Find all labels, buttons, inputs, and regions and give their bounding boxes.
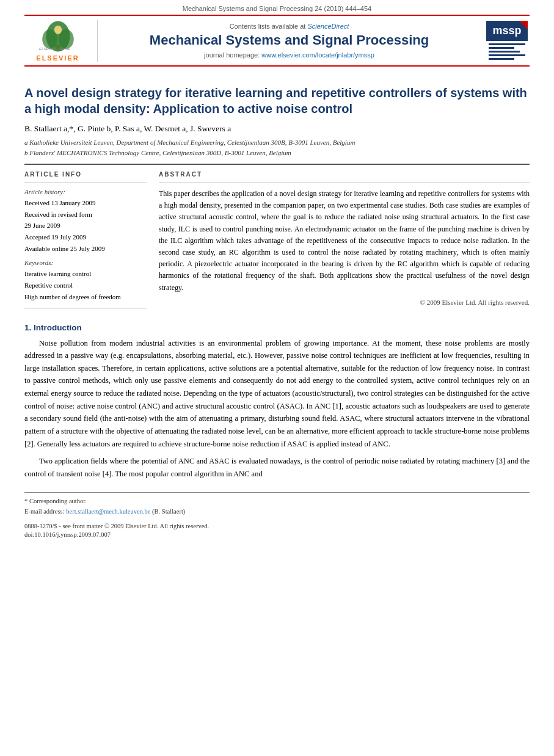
mssp-line-2	[489, 47, 514, 49]
divider-info-top	[24, 183, 147, 183]
section-1-label: Introduction	[34, 323, 82, 332]
date-3: 29 June 2009	[24, 220, 147, 231]
keyword-2: Repetitive control	[24, 280, 147, 291]
main-content: A novel design strategy for iterative le…	[24, 67, 530, 538]
date-4: Accepted 19 July 2009	[24, 231, 147, 243]
affiliations: a Katholieke Universiteit Leuven, Depart…	[24, 137, 530, 158]
keywords-label: Keywords:	[24, 259, 147, 266]
mssp-label: mssp	[492, 24, 521, 37]
email-label: E-mail address:	[24, 508, 65, 515]
journal-header: ELSEVIER journal ELSEVIER Contents lists…	[24, 15, 530, 67]
divider-info-bottom	[24, 308, 147, 308]
mssp-line-1	[489, 43, 525, 45]
elsevier-text: ELSEVIER	[36, 54, 79, 62]
authors-text: B. Stallaert a,*, G. Pinte b, P. Sas a, …	[24, 124, 231, 133]
mssp-line-3	[489, 51, 520, 53]
svg-text:ELSEVIER journal: ELSEVIER journal	[38, 46, 70, 51]
mssp-lines	[489, 43, 525, 60]
article-meta-section: ARTICLE INFO Article history: Received 1…	[24, 171, 530, 313]
intro-p1-text: Noise pollution from modern industrial a…	[24, 339, 530, 448]
article-history: Article history: Received 13 January 200…	[24, 188, 147, 254]
intro-paragraph-1: Noise pollution from modern industrial a…	[24, 337, 530, 451]
elsevier-tree-icon: ELSEVIER journal	[34, 20, 82, 53]
sciencedirect-line: Contents lists available at ScienceDirec…	[230, 23, 349, 30]
abstract-col: ABSTRACT This paper describes the applic…	[159, 171, 530, 313]
body-content: 1. Introduction Noise pollution from mod…	[24, 323, 530, 481]
corresponding-label: * Corresponding author.	[24, 498, 87, 504]
footnote-area: * Corresponding author. E-mail address: …	[24, 492, 530, 538]
email-note: E-mail address: bert.stallaert@mech.kule…	[24, 507, 530, 517]
section-1-title: 1. Introduction	[24, 323, 530, 332]
intro-p2-text: Two application fields where the potenti…	[24, 457, 530, 478]
divider-abstract-top	[159, 183, 530, 183]
abstract-text: This paper describes the application of …	[159, 188, 530, 294]
homepage-url[interactable]: www.elsevier.com/locate/jnlabr/ymssp	[261, 51, 374, 59]
copyright-text: © 2009 Elsevier Ltd. All rights reserved…	[159, 299, 530, 306]
email-name: (B. Stallaert)	[152, 508, 185, 515]
affiliation-b: b Flanders' MECHATRONICS Technology Cent…	[24, 148, 530, 158]
mssp-line-4	[489, 54, 525, 56]
mssp-line-5	[489, 58, 514, 60]
journal-title: Mechanical Systems and Signal Processing	[150, 32, 429, 48]
article-info-col: ARTICLE INFO Article history: Received 1…	[24, 171, 147, 313]
doi-line: doi:10.1016/j.ymssp.2009.07.007	[24, 531, 530, 538]
date-1: Received 13 January 2009	[24, 197, 147, 209]
affiliation-a: a Katholieke Universiteit Leuven, Depart…	[24, 137, 530, 148]
keyword-3: High number of degrees of freedom	[24, 291, 147, 303]
contents-label: Contents lists available at	[230, 23, 306, 30]
section-1-number: 1.	[24, 323, 31, 332]
homepage-label: journal homepage:	[204, 51, 260, 59]
issn-line: 0888-3270/$ - see front matter © 2009 El…	[24, 523, 530, 529]
elsevier-logo: ELSEVIER journal ELSEVIER	[24, 20, 98, 62]
mssp-badge: mssp	[486, 21, 527, 41]
date-2: Received in revised form	[24, 209, 147, 220]
keywords-list: Iterative learning control Repetitive co…	[24, 268, 147, 302]
mssp-badge-corner	[519, 21, 528, 29]
intro-paragraph-2: Two application fields where the potenti…	[24, 455, 530, 480]
journal-homepage: journal homepage: www.elsevier.com/locat…	[204, 51, 374, 59]
page: Mechanical Systems and Signal Processing…	[0, 0, 554, 756]
history-label: Article history:	[24, 188, 147, 195]
abstract-heading: ABSTRACT	[159, 171, 530, 178]
journal-center: Contents lists available at ScienceDirec…	[98, 20, 481, 62]
sciencedirect-link[interactable]: ScienceDirect	[307, 23, 349, 30]
authors-line: B. Stallaert a,*, G. Pinte b, P. Sas a, …	[24, 124, 530, 134]
svg-point-4	[54, 26, 61, 34]
mssp-logo-area: mssp	[481, 20, 530, 62]
article-title: A novel design strategy for iterative le…	[24, 85, 530, 117]
keyword-1: Iterative learning control	[24, 268, 147, 280]
citation-text: Mechanical Systems and Signal Processing…	[183, 5, 371, 12]
article-dates: Received 13 January 2009 Received in rev…	[24, 197, 147, 254]
email-link[interactable]: bert.stallaert@mech.kuleuven.be	[66, 508, 150, 515]
top-citation: Mechanical Systems and Signal Processing…	[0, 0, 554, 15]
divider-1	[24, 164, 530, 165]
date-5: Available online 25 July 2009	[24, 243, 147, 255]
corresponding-note: * Corresponding author.	[24, 496, 530, 507]
article-info-heading: ARTICLE INFO	[24, 171, 147, 178]
